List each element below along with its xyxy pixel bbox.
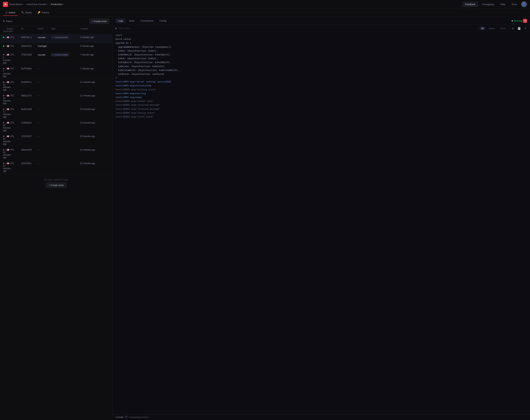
tab-connections[interactable]: Connections [138,18,156,23]
id-cell: b96e97d1 [21,45,38,47]
avatar-image: 👤 [521,1,527,7]
filter-icon: ⧨ [3,20,5,23]
table-row[interactable]: 🇺🇸ATLb0054ec1counter🏷access=public4 minu… [0,34,112,43]
region-cell: 🇺🇸ATL [7,149,21,151]
table-row[interactable]: 🇺🇸ATLddbae939-22 minutes ago18 minutes a… [0,147,112,160]
log-line: build router [113,37,530,41]
name-cell: - [38,162,51,165]
filter-bar: ⧨ Filters + Create Actor [0,17,112,26]
actors-list: 🇺🇸ATLb0054ec1counter🏷access=public4 minu… [0,34,112,174]
status-dot [3,95,4,96]
clear-logs-button[interactable]: 🗑 [115,27,117,30]
table-row[interactable]: 🇺🇸ATLb96e97d1manager4 minutes ago- [0,43,112,52]
name-cell: manager [38,45,51,47]
created-cell: 19 minutes ago [80,121,109,124]
log-line: level=DEBUG msg="writing state" [113,88,530,92]
save-icon[interactable]: 💾 [516,26,522,30]
help-button[interactable]: Help [498,2,508,7]
chevron-icon-3: ▾ [63,3,64,5]
log-type-all-button[interactable]: all [480,27,485,30]
tab-state[interactable]: State [126,18,137,23]
breadcrumb-project[interactable]: Rivet Demo ▾ [10,3,24,6]
left-panel: ⧨ Filters + Create Actor Region ID Name … [0,17,113,420]
tab-logs[interactable]: Logs [115,18,126,23]
log-line: level=DEBUG msg="received message" [113,103,530,107]
create-actor-center-button[interactable]: + Create Actor [46,182,66,188]
created-cell: 11 minutes ago [80,81,109,83]
destroyed-cell: 17 minutes ago [3,110,7,118]
table-row[interactable]: 🇺🇸ATL6e5d0fec-11 minutes ago10 minutes a… [0,79,112,93]
tab-actors[interactable]: ⬡ Actors [3,10,18,16]
log-line: start [113,33,530,37]
tab-builds[interactable]: 🔨 Builds [19,10,34,16]
name-cell: - [38,67,51,70]
region-cell: 🇺🇸ATL [7,135,21,137]
actors-icon: ⬡ [5,11,8,14]
log-line: level=INFO msg="server running" port=255… [113,80,530,84]
docs-button[interactable]: Docs [509,2,520,7]
tags-cell: 🏷access=public [51,53,80,56]
table-row[interactable]: 🇺🇸ATL8af818ba-7 minutes ago7 minutes ago [0,66,112,79]
table-row[interactable]: 🇺🇸ATL22518287-20 minutes ago18 minutes a… [0,133,112,147]
region-cell: 🇺🇸ATL [7,36,21,39]
created-cell: 22 minutes ago [80,162,109,165]
destroyed-cell: 18 minutes ago [3,151,7,159]
table-row[interactable]: 🇺🇸ATL3108ebb3-19 minutes ago18 minutes a… [0,120,112,133]
changelog-button[interactable]: Changelog [480,2,496,7]
breadcrumb-env[interactable]: Production ▾ [51,3,64,6]
feedback-button[interactable]: Feedback [462,2,478,7]
app-logo[interactable]: R [3,2,8,7]
breadcrumb-sep-1: › [25,3,25,6]
id-cell: 8af818ba [21,67,38,70]
region-cell: 🇺🇸ATL [7,94,21,97]
log-line: kvDelete: [AsyncFunction: kvDelete], [113,65,530,68]
status-dot [3,122,4,123]
log-type-output-button[interactable]: output [487,27,497,30]
no-more-actors: No more actors to load. + Create Actor [0,174,112,192]
name-cell: - [38,148,51,151]
name-cell: - [38,121,51,124]
destroyed-cell: 7 minutes ago [3,70,7,77]
avatar[interactable]: 👤 [521,1,527,7]
console-bar: Console Connecting to Actor... [113,414,530,420]
created-cell: 12 minutes ago [80,94,109,97]
log-line: level=DEBUG msg="received message" [113,107,530,111]
right-top-bar: Logs State Connections Config Running ✕ [113,17,530,25]
actors-table: Region ID Name Tags Created Destroyed 🇺🇸… [0,26,112,420]
log-line: kvGet: [AsyncFunction: kvGet], [113,49,530,53]
status-label: Running [514,20,522,22]
console-label: Console [115,416,123,419]
log-line: level=DEBUG msg="saving state" [113,111,530,115]
log-type-errors-button[interactable]: errors [498,27,507,30]
log-filter-input[interactable] [119,27,476,30]
id-cell: 3108ebb3 [21,121,38,124]
close-button[interactable]: ✕ [523,19,527,23]
region-cell: 🇺🇸ATL [7,121,21,124]
table-row[interactable]: 🇺🇸ATL3f02538dcounter🏷access=public7 minu… [0,52,112,66]
connecting-spinner [125,416,128,419]
destroyed-cell: 10 minutes ago [3,97,7,105]
create-actor-button[interactable]: + Create Actor [89,19,109,24]
id-cell: 3f02538d [21,53,38,56]
filter-button[interactable]: ⧨ Filters [3,20,13,23]
table-row[interactable]: 🇺🇸ATLeb23420c-22 minutes ago22 minutes a… [0,160,112,174]
chevron-icon: ▾ [23,3,24,5]
table-row[interactable]: 🇺🇸ATLd8d222f3-12 minutes ago10 minutes a… [0,93,112,106]
log-toolbar: 🗑 all output errors ⊞ 💾 ⚙ [113,25,530,32]
grid-view-icon[interactable]: ⊞ [511,26,515,30]
name-cell: - [38,81,51,83]
builds-icon: 🔨 [21,11,24,14]
table-row[interactable]: 🇺🇸ATL0ad62ab8-18 minutes ago17 minutes a… [0,106,112,120]
destroyed-cell: - [3,39,7,42]
log-line: upgradeWebSocket: [Function (anonymous)]… [113,45,530,49]
destroyed-cell: 18 minutes ago [3,124,7,132]
id-cell: d8d222f3 [21,94,38,97]
tab-tokens[interactable]: 🔑 Tokens [35,10,52,16]
created-cell: 22 minutes ago [80,149,109,151]
tab-config[interactable]: Config [157,18,169,23]
breadcrumb-service[interactable]: ActorCore Counter ▾ [27,3,48,6]
breadcrumb-sep-2: › [49,3,50,6]
settings-icon[interactable]: ⚙ [523,26,528,30]
status-dot [3,135,4,137]
created-cell: 20 minutes ago [80,135,109,137]
